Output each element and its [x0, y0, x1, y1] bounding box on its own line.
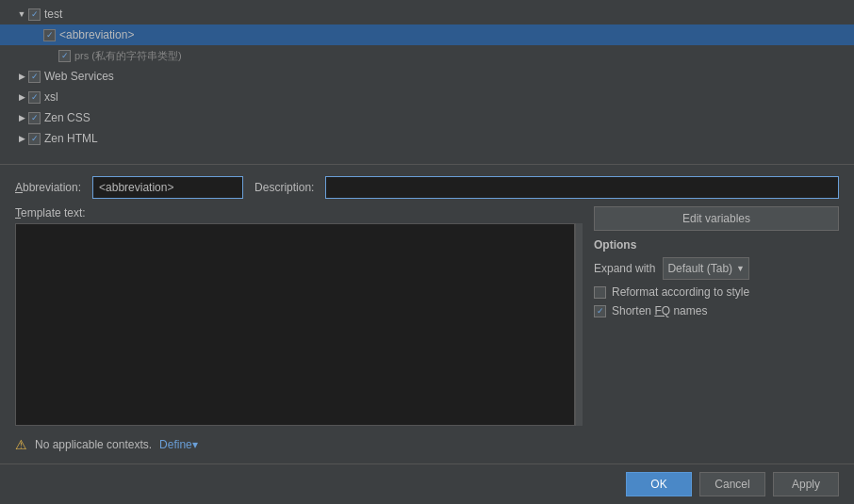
description-input[interactable]	[325, 176, 839, 199]
ok-button[interactable]: OK	[626, 472, 692, 496]
tree-item-xsl[interactable]: ▶ xsl	[0, 87, 854, 107]
template-scrollbar[interactable]	[575, 223, 583, 426]
options-section: Options Expand with Default (Tab) ▼ Refo…	[594, 238, 839, 317]
reformat-row: Reformat according to style	[594, 285, 839, 299]
expand-with-label: Expand with	[594, 262, 655, 275]
tree-label-web-services: Web Services	[44, 70, 114, 83]
define-link[interactable]: Define▾	[159, 438, 198, 451]
tree-label-zen-html: Zen HTML	[44, 132, 98, 145]
tree-arrow-test: ▼	[15, 8, 28, 21]
tree-item-prs[interactable]: prs (私有的字符串类型)	[0, 45, 854, 66]
dialog: ▼ test <abbreviation> prs (私有的字符串类型) ▶ W…	[0, 0, 854, 504]
form-section: Abbreviation: Description: Template text…	[0, 165, 854, 463]
template-area: Template text: Edit variables Options Ex…	[15, 206, 839, 426]
expand-with-arrow-icon: ▼	[736, 264, 745, 273]
shorten-row: Shorten FQ names	[594, 304, 839, 317]
checkbox-zen-html[interactable]	[28, 133, 41, 145]
description-label: Description:	[255, 181, 314, 194]
abbreviation-label: Abbreviation:	[15, 181, 81, 194]
expand-with-value: Default (Tab)	[667, 262, 732, 275]
template-right: Edit variables Options Expand with Defau…	[594, 206, 839, 426]
tree-arrow-zen-css: ▶	[15, 111, 28, 124]
checkbox-test[interactable]	[28, 8, 41, 21]
bottom-buttons: OK Cancel Apply	[0, 463, 854, 504]
tree-label-xsl: xsl	[44, 90, 58, 104]
tree-item-abbreviation[interactable]: <abbreviation>	[0, 24, 854, 45]
tree-label-zen-css: Zen CSS	[44, 111, 90, 124]
reformat-checkbox[interactable]	[594, 286, 606, 299]
no-context-text: No applicable contexts.	[35, 438, 152, 451]
checkbox-zen-css[interactable]	[28, 112, 41, 124]
options-title: Options	[594, 238, 839, 252]
shorten-checkbox[interactable]	[594, 305, 606, 317]
expand-with-select[interactable]: Default (Tab) ▼	[663, 257, 749, 280]
reformat-label: Reformat according to style	[612, 285, 749, 299]
tree-arrow-xsl: ▶	[15, 90, 28, 104]
checkbox-abbreviation[interactable]	[43, 29, 56, 41]
checkbox-xsl[interactable]	[28, 91, 41, 104]
template-textarea-wrapper	[15, 223, 583, 426]
tree-label-prs: prs (私有的字符串类型)	[74, 49, 182, 63]
template-textarea[interactable]	[15, 223, 575, 426]
tree-item-zen-html[interactable]: ▶ Zen HTML	[0, 128, 854, 149]
checkbox-web-services[interactable]	[28, 71, 41, 83]
tree-item-zen-css[interactable]: ▶ Zen CSS	[0, 107, 854, 128]
apply-button[interactable]: Apply	[773, 472, 839, 496]
edit-variables-button[interactable]: Edit variables	[594, 206, 839, 231]
checkbox-prs[interactable]	[58, 50, 71, 62]
tree-label-abbreviation: <abbreviation>	[59, 28, 134, 41]
tree-arrow-abbreviation	[30, 28, 43, 41]
template-text-label: Template text:	[15, 206, 583, 219]
warning-icon: ⚠	[15, 437, 27, 452]
tree-arrow-web-services: ▶	[15, 70, 28, 83]
define-arrow-icon: ▾	[192, 438, 198, 451]
tree-item-web-services[interactable]: ▶ Web Services	[0, 66, 854, 87]
expand-with-row: Expand with Default (Tab) ▼	[594, 257, 839, 280]
cancel-button[interactable]: Cancel	[699, 472, 765, 496]
abbreviation-row: Abbreviation: Description:	[15, 176, 839, 199]
abbreviation-input[interactable]	[92, 176, 243, 199]
tree-arrow-zen-html: ▶	[15, 132, 28, 145]
define-label: Define	[159, 438, 192, 451]
tree-label-test: test	[44, 8, 62, 21]
tree-arrow-prs	[45, 49, 58, 62]
tree-item-test[interactable]: ▼ test	[0, 4, 854, 24]
template-left: Template text:	[15, 206, 583, 426]
context-row: ⚠ No applicable contexts. Define▾	[15, 433, 839, 456]
template-tree[interactable]: ▼ test <abbreviation> prs (私有的字符串类型) ▶ W…	[0, 0, 854, 165]
shorten-label: Shorten FQ names	[612, 304, 707, 317]
